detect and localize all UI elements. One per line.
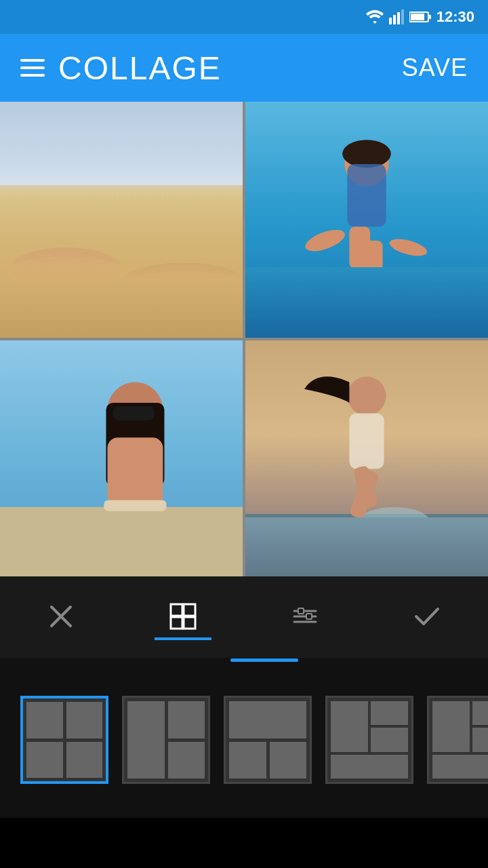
layout-cell-tall [432,701,470,752]
svg-rect-29 [104,500,166,511]
check-icon [412,601,442,631]
layout-cell [66,742,103,778]
layout-icon [168,601,198,631]
app-title: COLLAGE [58,50,222,87]
layout-cell-wide [229,701,306,738]
layout-cell [331,755,408,778]
app-bar-left: COLLAGE [20,50,222,87]
svg-rect-41 [171,617,182,629]
save-button[interactable]: SAVE [402,54,468,82]
layout-option-3[interactable] [224,696,312,784]
svg-rect-27 [113,406,155,420]
svg-rect-7 [0,102,243,338]
photo-3-svg [0,340,243,576]
x-icon [46,601,76,631]
confirm-button[interactable] [399,595,455,638]
app-bar: COLLAGE SAVE [0,34,488,102]
svg-rect-0 [389,18,392,24]
layout-cell [26,702,63,738]
hamburger-line-2 [20,66,45,69]
svg-rect-39 [171,604,182,616]
photo-1-svg [0,102,243,338]
layout-button[interactable] [155,595,211,638]
layout-cell [371,728,408,751]
hamburger-menu-button[interactable] [20,59,45,77]
photo-4-svg [245,340,488,576]
layout-cell [270,742,307,779]
layout-cell [371,701,408,725]
bottom-toolbar [0,576,488,658]
svg-rect-34 [349,413,384,469]
photo-cell-2[interactable] [245,102,488,338]
layout-option-5[interactable] [427,696,488,784]
svg-point-12 [118,272,243,300]
active-tab-indicator [230,658,298,662]
svg-rect-5 [411,14,424,20]
layout-cell [66,702,103,738]
svg-rect-6 [429,15,431,19]
layout-cell [229,742,266,779]
photo-cell-4[interactable] [245,340,488,576]
adjust-icon [290,601,320,631]
photo-cell-3[interactable] [0,340,243,576]
remaining-space [0,818,488,868]
svg-point-10 [121,262,243,301]
svg-rect-31 [245,514,488,576]
svg-rect-8 [0,102,243,185]
svg-point-17 [342,140,391,167]
hamburger-line-3 [20,74,45,77]
svg-rect-46 [298,608,304,614]
hamburger-line-1 [20,59,45,62]
svg-rect-2 [397,12,400,24]
battery-icon [409,11,431,23]
signal-icon [389,9,404,24]
layout-cell [26,742,63,778]
svg-rect-28 [108,437,163,507]
layout-cell-tall [331,701,368,752]
layout-cell-wide [432,755,488,778]
svg-rect-40 [184,604,195,616]
layout-cell [168,701,205,738]
svg-rect-15 [245,269,488,338]
svg-rect-13 [90,303,102,330]
svg-rect-22 [363,241,383,279]
svg-rect-42 [184,617,195,629]
cancel-button[interactable] [33,595,89,638]
layout-cell-big [127,701,165,778]
layout-cell [472,701,488,725]
adjust-button[interactable] [277,595,333,638]
svg-point-9 [10,248,121,289]
status-icons: 12:30 [366,8,474,26]
layout-option-2[interactable] [122,696,210,784]
svg-rect-18 [347,164,386,226]
photo-2-svg [245,102,488,338]
svg-point-33 [347,376,386,415]
svg-point-11 [7,256,125,287]
wifi-icon [366,10,384,24]
layout-cell [168,742,205,779]
svg-rect-24 [0,507,243,576]
layout-panel [0,662,488,818]
collage-grid [0,102,488,576]
svg-rect-3 [401,9,404,24]
status-bar: 12:30 [0,0,488,34]
svg-point-32 [360,507,429,535]
status-time: 12:30 [436,8,474,26]
layout-option-1[interactable] [20,696,108,784]
svg-rect-47 [306,614,312,619]
layout-cell [472,728,488,751]
svg-rect-1 [393,15,396,24]
layout-option-4[interactable] [325,696,413,784]
photo-cell-1[interactable] [0,102,243,338]
